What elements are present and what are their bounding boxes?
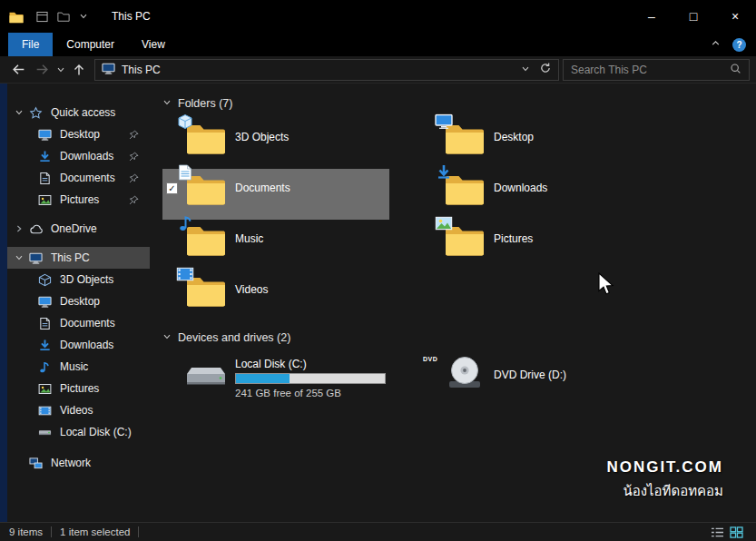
this-pc-icon bbox=[29, 251, 45, 265]
sidebar-item-qa-documents[interactable]: Documents bbox=[7, 167, 150, 189]
search-input[interactable] bbox=[571, 64, 730, 76]
network-icon bbox=[29, 457, 45, 470]
folders-grid: 3D Objects Desktop ✓ Documents bbox=[162, 118, 756, 321]
drive-label: Local Disk (C:) bbox=[235, 358, 386, 370]
folder-tile-downloads[interactable]: Downloads bbox=[421, 169, 648, 220]
window-title: This PC bbox=[112, 10, 151, 23]
forward-button[interactable] bbox=[30, 58, 54, 82]
folder-label: Music bbox=[235, 232, 263, 245]
sidebar-item-onedrive[interactable]: OneDrive bbox=[7, 218, 150, 240]
tab-computer[interactable]: Computer bbox=[53, 33, 128, 56]
search-icon[interactable] bbox=[730, 63, 741, 77]
large-icons-view-button[interactable] bbox=[730, 526, 743, 538]
monitor-icon bbox=[435, 114, 453, 130]
drive-tile-dvd[interactable]: DVD DVD Drive (D:) bbox=[421, 352, 648, 408]
close-button[interactable]: × bbox=[714, 0, 756, 33]
folder-tile-videos[interactable]: Videos bbox=[162, 270, 389, 321]
folder-icon bbox=[444, 122, 486, 158]
folder-tile-documents[interactable]: ✓ Documents bbox=[162, 169, 389, 220]
tab-file[interactable]: File bbox=[8, 33, 53, 56]
minimize-button[interactable]: – bbox=[631, 0, 673, 33]
folders-section-header[interactable]: Folders (7) bbox=[162, 94, 756, 113]
sidebar-label: Documents bbox=[60, 172, 115, 184]
qat-properties-icon[interactable] bbox=[36, 11, 48, 23]
music-icon bbox=[38, 360, 54, 374]
sidebar-item-videos[interactable]: Videos bbox=[7, 399, 150, 421]
capacity-bar bbox=[235, 373, 386, 384]
sidebar-item-local-disk[interactable]: Local Disk (C:) bbox=[7, 421, 150, 443]
music-note-icon bbox=[179, 215, 191, 231]
collapse-chevron-icon[interactable] bbox=[162, 97, 172, 110]
explorer-app-icon bbox=[8, 10, 25, 24]
sidebar-item-network[interactable]: Network bbox=[7, 452, 150, 474]
navigation-pane: Quick access Desktop Downloads Documents… bbox=[7, 84, 150, 522]
folder-icon bbox=[185, 223, 227, 260]
folder-tile-pictures[interactable]: Pictures bbox=[421, 220, 648, 270]
sidebar-label: Documents bbox=[60, 317, 115, 330]
sidebar-label: Videos bbox=[60, 404, 93, 417]
titlebar: This PC – □ × bbox=[0, 0, 756, 33]
devices-section-header[interactable]: Devices and drives (2) bbox=[162, 329, 756, 347]
folder-tile-desktop[interactable]: Desktop bbox=[421, 118, 648, 169]
address-bar[interactable]: This PC bbox=[94, 59, 559, 81]
sidebar-label: Network bbox=[51, 457, 91, 469]
address-dropdown-chevron-icon[interactable] bbox=[521, 64, 530, 76]
sidebar-item-qa-downloads[interactable]: Downloads bbox=[7, 145, 150, 167]
folder-icon bbox=[185, 172, 227, 209]
chevron-down-icon[interactable] bbox=[15, 253, 29, 262]
sidebar-item-qa-desktop[interactable]: Desktop bbox=[7, 123, 150, 145]
folder-label: Downloads bbox=[494, 182, 547, 194]
sidebar-item-this-pc[interactable]: This PC bbox=[7, 247, 150, 269]
sidebar-item-quick-access[interactable]: Quick access bbox=[7, 102, 150, 123]
sidebar-label: Local Disk (C:) bbox=[60, 426, 132, 438]
dvd-media-label: DVD bbox=[423, 356, 465, 392]
sidebar-item-3d-objects[interactable]: 3D Objects bbox=[7, 269, 150, 290]
up-button[interactable] bbox=[67, 58, 91, 82]
chevron-down-icon[interactable] bbox=[15, 108, 29, 117]
film-icon bbox=[177, 268, 194, 281]
sidebar-item-desktop[interactable]: Desktop bbox=[7, 290, 150, 312]
folder-tile-music[interactable]: Music bbox=[162, 220, 389, 270]
sidebar-item-qa-pictures[interactable]: Pictures bbox=[7, 189, 150, 211]
details-view-button[interactable] bbox=[711, 526, 724, 538]
this-pc-icon bbox=[102, 62, 115, 78]
pin-icon bbox=[129, 130, 139, 140]
address-location[interactable]: This PC bbox=[122, 64, 161, 76]
search-box[interactable] bbox=[563, 59, 750, 81]
folder-label: Documents bbox=[235, 182, 290, 194]
sidebar-item-documents[interactable]: Documents bbox=[7, 312, 150, 334]
qat-new-folder-icon[interactable] bbox=[57, 11, 70, 22]
chevron-right-icon[interactable] bbox=[15, 224, 29, 233]
folder-tile-3d-objects[interactable]: 3D Objects bbox=[162, 118, 389, 169]
sidebar-item-downloads[interactable]: Downloads bbox=[7, 334, 150, 356]
hard-drive-icon bbox=[38, 426, 54, 439]
explorer-window: This PC – □ × File Computer View ? This … bbox=[0, 0, 756, 541]
recent-locations-chevron-icon[interactable] bbox=[54, 58, 67, 82]
sidebar-item-pictures[interactable]: Pictures bbox=[7, 378, 150, 399]
folder-label: Videos bbox=[235, 283, 268, 296]
capacity-fill bbox=[236, 374, 290, 383]
sidebar-label: Music bbox=[60, 360, 88, 373]
file-list-area: Folders (7) 3D Objects Desktop ✓ bbox=[150, 84, 756, 522]
ribbon-tabs: File Computer View ? bbox=[0, 33, 756, 56]
desktop-icon bbox=[38, 128, 54, 142]
maximize-button[interactable]: □ bbox=[673, 0, 714, 33]
collapse-chevron-icon[interactable] bbox=[162, 331, 172, 344]
qat-customize-chevron-icon[interactable] bbox=[79, 12, 88, 21]
drives-grid: Local Disk (C:) 241 GB free of 255 GB DV… bbox=[162, 352, 756, 408]
download-arrow-icon bbox=[437, 164, 451, 181]
photo-icon bbox=[436, 217, 453, 231]
status-selection-count: 1 item selected bbox=[60, 526, 130, 537]
pin-icon bbox=[129, 152, 139, 162]
drive-tile-local-disk[interactable]: Local Disk (C:) 241 GB free of 255 GB bbox=[162, 352, 389, 408]
tab-view[interactable]: View bbox=[128, 33, 179, 56]
help-button[interactable]: ? bbox=[732, 38, 746, 52]
navigation-bar: This PC bbox=[0, 56, 756, 84]
refresh-icon[interactable] bbox=[539, 62, 552, 77]
selection-checkbox[interactable]: ✓ bbox=[166, 182, 178, 194]
folder-label: Pictures bbox=[494, 232, 533, 245]
expand-ribbon-chevron-icon[interactable] bbox=[711, 38, 721, 51]
sidebar-item-music[interactable]: Music bbox=[7, 356, 150, 378]
desktop-edge-strip bbox=[0, 84, 7, 522]
back-button[interactable] bbox=[6, 58, 30, 82]
